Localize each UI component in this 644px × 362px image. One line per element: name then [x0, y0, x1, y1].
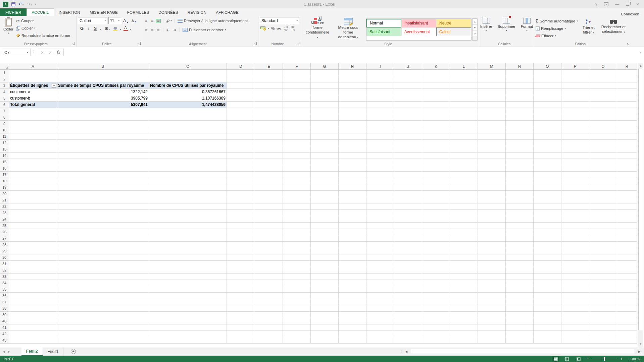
cell-N34[interactable] [506, 280, 534, 286]
cell-M22[interactable] [478, 203, 506, 210]
cell-R8[interactable] [617, 114, 637, 121]
cell-G25[interactable] [311, 223, 339, 229]
cell-J9[interactable] [394, 121, 422, 127]
align-middle-icon[interactable]: ≡ [150, 19, 155, 23]
cell-A37[interactable] [9, 299, 57, 305]
cell-J34[interactable] [394, 280, 422, 286]
cell-L39[interactable] [450, 312, 478, 318]
cell-K24[interactable] [422, 216, 450, 223]
cell-L11[interactable] [450, 133, 478, 140]
cell-style-normal[interactable]: Normal [366, 19, 401, 27]
cell-C39[interactable] [149, 312, 227, 318]
cell-J4[interactable] [394, 89, 422, 95]
cell-H29[interactable] [339, 248, 366, 254]
cell-R3[interactable] [617, 82, 637, 89]
cell-H6[interactable] [339, 102, 366, 108]
column-header-G[interactable]: G [311, 63, 339, 70]
cell-style-avertissement[interactable]: Avertissement [401, 27, 436, 36]
cell-M20[interactable] [478, 191, 506, 197]
cell-Q13[interactable] [589, 146, 617, 153]
cell-A22[interactable] [9, 203, 57, 210]
cell-A11[interactable] [9, 133, 57, 140]
cell-R1[interactable] [617, 70, 637, 76]
ribbon-tab-insertion[interactable]: INSERTION [54, 8, 85, 16]
cell-K10[interactable] [422, 127, 450, 133]
cell-D3[interactable] [227, 82, 255, 89]
column-header-L[interactable]: L [450, 63, 478, 70]
cell-A4[interactable]: customer-a [9, 89, 57, 95]
cell-L1[interactable] [450, 70, 478, 76]
cell-A26[interactable] [9, 229, 57, 235]
cell-G19[interactable] [311, 184, 339, 191]
cell-H31[interactable] [339, 261, 366, 267]
cell-M11[interactable] [478, 133, 506, 140]
cell-R28[interactable] [617, 242, 637, 248]
cell-Q20[interactable] [589, 191, 617, 197]
cell-K16[interactable] [422, 165, 450, 172]
cell-O14[interactable] [534, 153, 561, 159]
cell-Q34[interactable] [589, 280, 617, 286]
cell-E25[interactable] [255, 223, 283, 229]
cell-E26[interactable] [255, 229, 283, 235]
cell-M28[interactable] [478, 242, 506, 248]
cell-C7[interactable] [149, 108, 227, 114]
cell-F33[interactable] [283, 274, 311, 280]
cell-K38[interactable] [422, 305, 450, 312]
row-header-7[interactable]: 7 [0, 108, 9, 114]
cell-F11[interactable] [283, 133, 311, 140]
cell-R6[interactable] [617, 102, 637, 108]
cell-B40[interactable] [57, 318, 149, 324]
cell-D12[interactable] [227, 140, 255, 146]
ribbon-tab-fichier[interactable]: FICHIER [0, 8, 27, 16]
cell-K40[interactable] [422, 318, 450, 324]
gallery-down-button[interactable]: ▼ [473, 25, 477, 31]
cell-I38[interactable] [366, 305, 394, 312]
cell-Q7[interactable] [589, 108, 617, 114]
cell-O37[interactable] [534, 299, 561, 305]
cell-E27[interactable] [255, 235, 283, 242]
cell-B27[interactable] [57, 235, 149, 242]
cell-K33[interactable] [422, 274, 450, 280]
row-header-37[interactable]: 37 [0, 299, 9, 305]
collapse-ribbon-button[interactable]: ∧ [627, 42, 629, 46]
cell-L17[interactable] [450, 172, 478, 178]
cell-I34[interactable] [366, 280, 394, 286]
cell-M30[interactable] [478, 254, 506, 261]
cell-E3[interactable] [255, 82, 283, 89]
sheet-tab-feuil1[interactable]: Feuil1 [43, 347, 64, 356]
cell-L2[interactable] [450, 76, 478, 82]
cell-K4[interactable] [422, 89, 450, 95]
fill-color-button[interactable] [113, 27, 117, 31]
cell-N18[interactable] [506, 178, 534, 184]
vertical-scroll-thumb[interactable] [638, 69, 643, 330]
cell-O15[interactable] [534, 159, 561, 165]
cell-O36[interactable] [534, 293, 561, 299]
restore-button[interactable] [626, 3, 629, 6]
cell-L4[interactable] [450, 89, 478, 95]
cell-E2[interactable] [255, 76, 283, 82]
cell-C37[interactable] [149, 299, 227, 305]
cell-N35[interactable] [506, 286, 534, 293]
cell-C33[interactable] [149, 274, 227, 280]
cell-R2[interactable] [617, 76, 637, 82]
cell-H37[interactable] [339, 299, 366, 305]
cell-D17[interactable] [227, 172, 255, 178]
cell-C9[interactable] [149, 121, 227, 127]
cell-K14[interactable] [422, 153, 450, 159]
cell-L21[interactable] [450, 197, 478, 203]
cell-B30[interactable] [57, 254, 149, 261]
ribbon-tab-données[interactable]: DONNÉES [154, 8, 183, 16]
cell-A7[interactable] [9, 108, 57, 114]
paste-button[interactable]: Coller ▾ [1, 17, 15, 41]
cell-I9[interactable] [366, 121, 394, 127]
cell-A30[interactable] [9, 254, 57, 261]
cell-R17[interactable] [617, 172, 637, 178]
cell-C22[interactable] [149, 203, 227, 210]
cell-H33[interactable] [339, 274, 366, 280]
cell-I32[interactable] [366, 267, 394, 274]
cell-N27[interactable] [506, 235, 534, 242]
cell-H13[interactable] [339, 146, 366, 153]
percent-style-button[interactable]: % [271, 26, 275, 31]
cell-L12[interactable] [450, 140, 478, 146]
scroll-down-button[interactable]: ▼ [638, 341, 643, 347]
